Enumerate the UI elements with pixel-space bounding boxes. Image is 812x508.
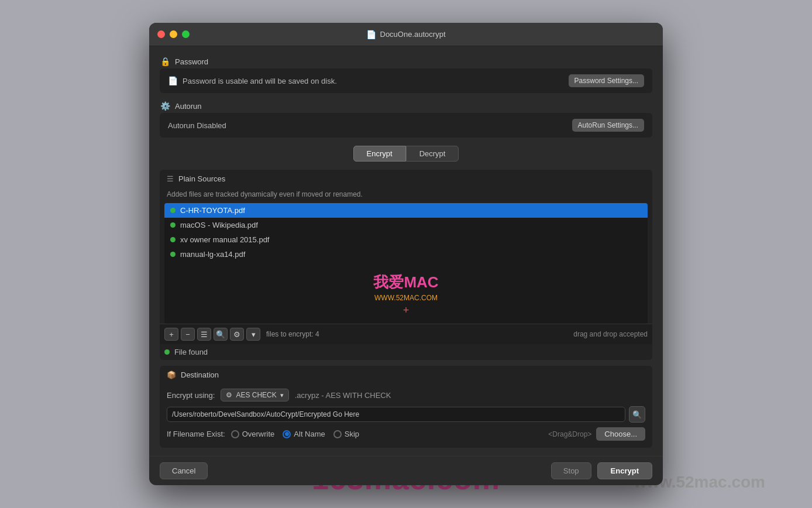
- radio-group: Overwrite Alt Name Skip: [231, 430, 359, 438]
- radio-overwrite-label: Overwrite: [242, 430, 275, 438]
- autorun-section: ⚙️ Autorun Autorun Disabled AutoRun Sett…: [160, 99, 652, 138]
- radio-skip-circle: [333, 430, 342, 438]
- file-list: C-HR-TOYOTA.pdf macOS - Wikipedia.pdf xv…: [164, 203, 648, 324]
- drag-drop-choose-row: <Drag&Drop> Choose...: [548, 427, 645, 441]
- file-icon: 📄: [366, 30, 376, 39]
- destination-header: 📦 Destination: [160, 366, 652, 384]
- encrypt-method-dropdown[interactable]: ⚙ AES CHECK ▾: [221, 389, 288, 401]
- status-dot: [170, 252, 176, 257]
- password-header: 🔒 Password: [160, 54, 652, 68]
- cancel-button[interactable]: Cancel: [160, 462, 208, 479]
- file-name: C-HR-TOYOTA.pdf: [180, 206, 245, 215]
- file-item[interactable]: macOS - Wikipedia.pdf: [164, 218, 648, 232]
- close-button[interactable]: [157, 30, 165, 38]
- files-count: files to encrypt: 4: [266, 330, 319, 338]
- app-window: 📄 DocuOne.autocrypt 🔒 Password 📄 Passwor…: [149, 23, 663, 485]
- autorun-settings-button[interactable]: AutoRun Settings...: [572, 119, 644, 132]
- password-info-box: 📄 Password is usable and will be saved o…: [160, 68, 652, 93]
- titlebar: 📄 DocuOne.autocrypt: [149, 23, 663, 46]
- status-dot: [170, 208, 176, 213]
- encrypt-using-row: Encrypt using: ⚙ AES CHECK ▾ .acrypz - A…: [167, 389, 645, 401]
- remove-file-button[interactable]: −: [181, 328, 195, 341]
- file-name: macOS - Wikipedia.pdf: [180, 221, 258, 229]
- radio-overwrite[interactable]: Overwrite: [231, 430, 275, 438]
- autorun-label: Autorun: [175, 102, 202, 111]
- radio-altname-circle: [283, 430, 291, 438]
- status-dot: [170, 222, 176, 228]
- file-found-row: File found: [160, 344, 652, 360]
- search-list-button[interactable]: 🔍: [214, 328, 228, 341]
- plain-sources-info: Added files are tracked dynamically even…: [160, 188, 652, 203]
- list-view-button[interactable]: ☰: [197, 328, 211, 341]
- plain-sources-section: ☰ Plain Sources Added files are tracked …: [160, 170, 652, 360]
- password-label: Password: [175, 57, 208, 66]
- encrypt-decrypt-tabs: Encrypt Decrypt: [160, 146, 652, 162]
- destination-body: Encrypt using: ⚙ AES CHECK ▾ .acrypz - A…: [160, 384, 652, 448]
- password-info-text: 📄 Password is usable and will be saved o…: [168, 76, 337, 85]
- plus-icon: +: [403, 304, 410, 317]
- destination-path-row: 🔍: [167, 406, 645, 423]
- drag-drop-label: <Drag&Drop>: [548, 430, 591, 438]
- watermark-text-1: 我爱MAC: [373, 272, 438, 293]
- autorun-status-text: Autorun Disabled: [168, 121, 226, 130]
- watermark-text-2: WWW.52MAC.COM: [374, 294, 438, 302]
- radio-altname-label: Alt Name: [294, 430, 325, 438]
- right-buttons: Stop Encrypt: [551, 462, 652, 479]
- encrypt-button[interactable]: Encrypt: [597, 462, 652, 479]
- destination-path-input[interactable]: [167, 407, 625, 422]
- maximize-button[interactable]: [182, 30, 190, 38]
- file-list-toolbar: + − ☰ 🔍 ⚙ ▾ files to encrypt: 4 drag and…: [160, 324, 652, 344]
- encrypt-using-label: Encrypt using:: [167, 391, 215, 400]
- destination-section: 📦 Destination Encrypt using: ⚙ AES CHECK…: [160, 366, 652, 448]
- autorun-header: ⚙️ Autorun: [160, 99, 652, 113]
- file-item[interactable]: manual-lg-xa14.pdf: [164, 247, 648, 262]
- status-dot: [170, 237, 176, 242]
- lock-icon: 🔒: [160, 57, 170, 66]
- doc-icon: 📄: [168, 76, 178, 85]
- autorun-info-box: Autorun Disabled AutoRun Settings...: [160, 113, 652, 138]
- drag-drop-hint: drag and drop accepted: [573, 330, 648, 338]
- choose-button[interactable]: Choose...: [596, 427, 645, 441]
- file-name: manual-lg-xa14.pdf: [180, 250, 245, 259]
- password-status-text: Password is usable and will be saved on …: [183, 77, 337, 85]
- file-found-dot: [164, 349, 170, 355]
- traffic-lights: [157, 30, 190, 38]
- password-section: 🔒 Password 📄 Password is usable and will…: [160, 54, 652, 93]
- file-name: xv owner manual 2015.pdf: [180, 235, 269, 244]
- encrypt-method-ext: .acrypz - AES WITH CHECK: [295, 391, 391, 400]
- bottom-bar: Cancel Stop Encrypt: [149, 456, 663, 485]
- destination-label: Destination: [181, 370, 219, 379]
- plain-sources-header: ☰ Plain Sources: [160, 170, 652, 188]
- file-item[interactable]: C-HR-TOYOTA.pdf: [164, 203, 648, 218]
- dropdown-button[interactable]: ▾: [246, 328, 260, 341]
- radio-skip[interactable]: Skip: [333, 430, 359, 438]
- radio-skip-label: Skip: [345, 430, 359, 438]
- browse-button[interactable]: 🔍: [629, 406, 645, 423]
- settings-list-button[interactable]: ⚙: [230, 328, 244, 341]
- plain-sources-label: Plain Sources: [178, 174, 225, 183]
- window-title: 📄 DocuOne.autocrypt: [366, 30, 445, 39]
- file-found-label: File found: [174, 348, 208, 356]
- radio-overwrite-circle: [231, 430, 239, 438]
- destination-icon: 📦: [167, 370, 176, 379]
- stop-button[interactable]: Stop: [551, 462, 591, 479]
- list-icon: ☰: [167, 174, 174, 183]
- title-text: DocuOne.autocrypt: [380, 30, 445, 39]
- desktop: 📄 DocuOne.autocrypt 🔒 Password 📄 Passwor…: [0, 0, 812, 508]
- filename-exist-label: If Filename Exist:: [167, 430, 225, 438]
- window-content: 🔒 Password 📄 Password is usable and will…: [149, 46, 663, 456]
- encrypt-method-name: AES CHECK: [236, 391, 276, 399]
- watermark-overlay: 我爱MAC WWW.52MAC.COM +: [164, 262, 648, 324]
- radio-altname[interactable]: Alt Name: [283, 430, 325, 438]
- autorun-icon: ⚙️: [160, 101, 170, 111]
- filename-exist-row: If Filename Exist: Overwrite Alt Name: [167, 427, 645, 441]
- encrypt-tab[interactable]: Encrypt: [353, 146, 406, 162]
- password-settings-button[interactable]: Password Settings...: [569, 74, 644, 87]
- decrypt-tab[interactable]: Decrypt: [406, 146, 459, 162]
- file-item[interactable]: xv owner manual 2015.pdf: [164, 232, 648, 247]
- minimize-button[interactable]: [170, 30, 177, 38]
- add-file-button[interactable]: +: [164, 328, 178, 341]
